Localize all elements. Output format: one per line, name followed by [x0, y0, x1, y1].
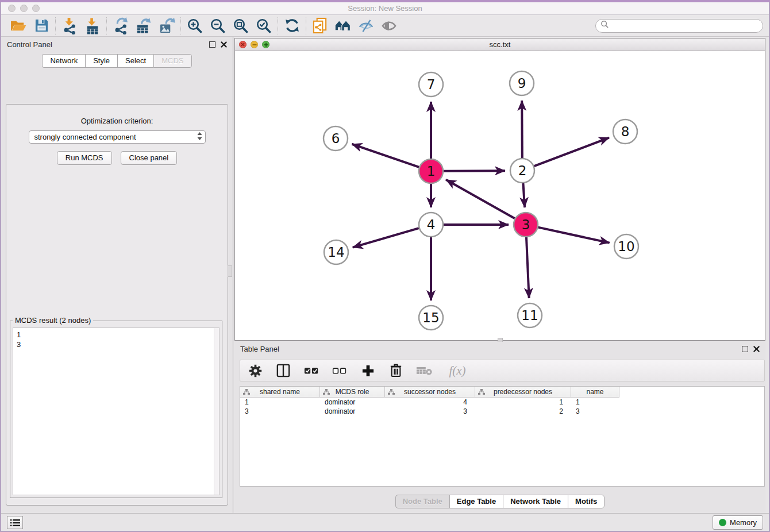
graph-edge-1-2[interactable]	[444, 171, 505, 171]
column-header-successor-nodes[interactable]: successor nodes	[385, 387, 475, 398]
column-header-name[interactable]: name	[571, 387, 619, 398]
graph-edge-3-1[interactable]	[446, 180, 515, 218]
table-row[interactable]: 3 dominator 3 2 3	[240, 407, 764, 416]
settings-gear-icon[interactable]	[247, 362, 263, 379]
panel-splitter[interactable]	[233, 37, 233, 513]
search-box[interactable]	[595, 19, 763, 33]
task-history-button[interactable]	[7, 516, 23, 529]
tab-motifs[interactable]: Motifs	[568, 495, 605, 508]
first-neighbors-icon[interactable]	[332, 16, 355, 36]
tab-mcds[interactable]: MCDS	[153, 54, 191, 68]
zoom-in-icon[interactable]	[183, 16, 206, 36]
graph-edge-4-14[interactable]	[353, 228, 419, 247]
new-network-from-file-icon[interactable]	[309, 16, 332, 36]
zoom-selected-icon[interactable]	[252, 16, 275, 36]
graph-node-15[interactable]: 15	[419, 306, 443, 330]
open-folder-icon[interactable]	[7, 16, 30, 36]
cell-successor-nodes[interactable]: 3	[385, 407, 475, 416]
cell-shared-name[interactable]: 3	[240, 407, 320, 416]
cell-name[interactable]: 3	[571, 407, 619, 416]
float-panel-icon[interactable]	[209, 41, 215, 48]
graph-node-2[interactable]: 2	[510, 159, 534, 183]
import-network-icon[interactable]	[58, 16, 81, 36]
graph-node-3[interactable]: 3	[514, 213, 538, 237]
cell-successor-nodes[interactable]: 4	[385, 398, 475, 407]
export-table-icon[interactable]	[132, 16, 155, 36]
split-view-icon[interactable]	[275, 362, 291, 379]
column-label: name	[586, 388, 603, 396]
cell-mcds-role[interactable]: dominator	[320, 407, 385, 416]
cell-predecessor-nodes[interactable]: 1	[475, 398, 571, 407]
graph-node-11[interactable]: 11	[518, 303, 542, 327]
graph-node-label: 15	[422, 310, 439, 325]
table-tabs: Node Table Edge Table Network Table Moti…	[234, 495, 765, 508]
tab-edge-table[interactable]: Edge Table	[449, 495, 503, 508]
zoom-fit-icon[interactable]	[229, 16, 252, 36]
graph-edge-3-11[interactable]	[526, 237, 529, 298]
deselect-all-icon[interactable]	[332, 362, 348, 379]
mcds-buttons-row: Run MCDS Close panel	[6, 151, 228, 165]
cell-mcds-role[interactable]: dominator	[320, 398, 385, 407]
graph-node-label: 6	[332, 131, 340, 146]
graph-node-1[interactable]: 1	[419, 159, 443, 183]
graph-edge-1-6[interactable]	[352, 144, 419, 167]
cell-shared-name[interactable]: 1	[240, 398, 320, 407]
column-label: MCDS role	[336, 388, 369, 396]
graph-node-10[interactable]: 10	[614, 234, 638, 259]
graph-node-9[interactable]: 9	[510, 71, 534, 95]
graph-edge-2-9[interactable]	[522, 101, 522, 158]
graph-node-8[interactable]: 8	[613, 119, 637, 144]
column-header-predecessor-nodes[interactable]: predecessor nodes	[475, 387, 571, 398]
cell-predecessor-nodes[interactable]: 2	[475, 407, 571, 416]
column-header-mcds-role[interactable]: MCDS role	[320, 387, 385, 398]
toolbar-separator	[306, 17, 306, 34]
graph-node-4[interactable]: 4	[419, 213, 443, 237]
float-table-panel-icon[interactable]	[742, 346, 748, 352]
cell-name[interactable]: 1	[571, 398, 619, 407]
graph-edge-2-3[interactable]	[523, 183, 525, 207]
delete-table-icon	[416, 362, 432, 379]
zoom-out-icon[interactable]	[206, 16, 229, 36]
graph-node-6[interactable]: 6	[324, 126, 348, 151]
column-label: successor nodes	[404, 388, 456, 396]
graph-edge-3-10[interactable]	[538, 228, 609, 243]
tab-network[interactable]: Network	[42, 54, 85, 68]
add-column-icon[interactable]	[360, 362, 376, 379]
network-window-title: scc.txt	[235, 40, 765, 49]
import-table-icon[interactable]	[81, 16, 104, 36]
run-mcds-button[interactable]: Run MCDS	[57, 151, 112, 165]
export-image-icon[interactable]	[155, 16, 178, 36]
search-input[interactable]	[609, 20, 763, 32]
graph-node-14[interactable]: 14	[324, 240, 348, 264]
close-panel-icon[interactable]	[221, 41, 227, 48]
mcds-result-textarea[interactable]: 1 3	[13, 327, 220, 495]
memory-status-icon	[719, 519, 726, 526]
select-all-icon[interactable]	[303, 362, 319, 379]
tab-network-table[interactable]: Network Table	[503, 495, 568, 508]
selected-criterion: strongly connected component	[34, 133, 136, 141]
close-table-panel-icon[interactable]	[753, 346, 760, 352]
splitter-grip[interactable]	[228, 265, 232, 277]
graph-edge-2-8[interactable]	[534, 138, 609, 167]
table-row[interactable]: 1 dominator 4 1 1	[240, 398, 764, 407]
close-panel-button[interactable]: Close panel	[121, 151, 178, 165]
memory-button[interactable]: Memory	[713, 515, 763, 530]
refresh-icon[interactable]	[280, 16, 303, 36]
optimization-criterion-select[interactable]: strongly connected component	[29, 130, 206, 144]
network-canvas[interactable]: 7968124314101511	[235, 51, 765, 341]
tab-style[interactable]: Style	[85, 54, 117, 68]
save-icon[interactable]	[30, 16, 53, 36]
network-window-titlebar[interactable]: scc.txt	[235, 38, 765, 51]
graph-node-7[interactable]: 7	[419, 72, 443, 97]
column-header-shared-name[interactable]: shared name	[240, 387, 320, 398]
toolbar-separator	[55, 17, 56, 34]
hide-selected-icon[interactable]	[355, 16, 378, 36]
export-network-icon[interactable]	[109, 16, 132, 36]
status-bar: Memory	[1, 513, 769, 531]
tab-node-table[interactable]: Node Table	[395, 495, 449, 508]
delete-column-icon[interactable]	[388, 362, 404, 379]
result-scrollbar[interactable]	[214, 328, 219, 495]
show-all-icon[interactable]	[378, 16, 401, 36]
toolbar-separator	[278, 17, 278, 34]
tab-select[interactable]: Select	[117, 54, 153, 68]
